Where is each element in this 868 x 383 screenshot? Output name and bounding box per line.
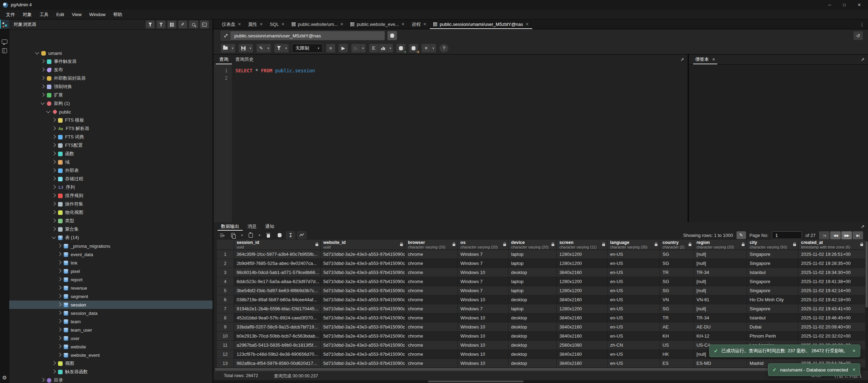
- minimize-button[interactable]: ─: [828, 2, 831, 7]
- table-row[interactable]: 933bdaff8-0207-58c9-9a15-ddcb7bf719...5d…: [217, 323, 865, 332]
- chevron-right-icon[interactable]: [52, 202, 56, 205]
- grid-vertical-scrollbar[interactable]: [865, 240, 868, 367]
- cell[interactable]: 2025-11-02 19:42:18+00: [798, 295, 865, 304]
- cell[interactable]: Singapore: [747, 250, 798, 259]
- cell[interactable]: 3840x2160: [556, 332, 607, 341]
- chevron-right-icon[interactable]: [57, 319, 61, 323]
- delete-row-button[interactable]: [264, 231, 273, 239]
- connection-string[interactable]: public.session/umami/user_M5zbtY@nas: [231, 31, 385, 40]
- explain-analyze-button[interactable]: [378, 44, 388, 53]
- tree-item--[interactable]: 目录: [9, 376, 213, 383]
- save-button[interactable]: [239, 44, 248, 53]
- cell[interactable]: SG: [660, 286, 693, 295]
- database-switch-button[interactable]: [387, 31, 397, 40]
- cell[interactable]: 2025-11-02 19:28:35+00: [798, 259, 865, 268]
- connection-status-button[interactable]: [221, 31, 231, 41]
- table-row[interactable]: 79194b2e1-2b4b-5596-bfac-f2fd170445...5d…: [217, 304, 865, 313]
- cell[interactable]: Windows 10: [457, 359, 508, 368]
- cell[interactable]: b0e2913b-70cd-50bb-bcb7-6c563bdab...: [234, 332, 320, 341]
- cell[interactable]: TR-34: [693, 313, 747, 323]
- tab-query[interactable]: 查询: [216, 55, 232, 64]
- cell[interactable]: 98c6014b-0dcd-5ab1-a071-579ce8b66...: [234, 268, 320, 277]
- tree-item--[interactable]: 事件触发器: [9, 57, 213, 66]
- cell[interactable]: Singapore: [747, 304, 798, 313]
- column-header-os[interactable]: oscharacter varying (20): [457, 240, 508, 250]
- row-number[interactable]: 6: [217, 295, 234, 304]
- cell[interactable]: 2025-11-02 19:34:30+00: [798, 268, 865, 277]
- open-file-button[interactable]: [221, 44, 230, 53]
- copy-options-button[interactable]: ▾: [240, 233, 244, 237]
- chevron-down-icon[interactable]: [52, 235, 56, 239]
- cell[interactable]: chrome: [405, 323, 457, 332]
- tree-item--[interactable]: 强制转换: [9, 82, 213, 91]
- tab--[interactable]: 仪表盘✕: [218, 20, 244, 29]
- tree-item-segment[interactable]: segment: [9, 292, 213, 301]
- tree-item--[interactable]: 视图: [9, 359, 213, 368]
- chevron-right-icon[interactable]: [52, 193, 56, 197]
- tree-item-user[interactable]: user: [9, 334, 213, 342]
- row-number[interactable]: 7: [217, 304, 234, 313]
- cell[interactable]: 2b9d4f5f-7685-525a-abec-9e02407ca...: [234, 259, 320, 268]
- cell[interactable]: en-US: [607, 295, 660, 304]
- rail-object-explorer-button[interactable]: [0, 20, 9, 29]
- execute-button[interactable]: ▶: [339, 44, 348, 53]
- chevron-right-icon[interactable]: [52, 135, 56, 138]
- rollback-button[interactable]: ↺: [409, 44, 418, 53]
- cell[interactable]: Dubai: [747, 323, 798, 332]
- page-number-input[interactable]: 1: [772, 231, 802, 239]
- cell[interactable]: SG: [660, 304, 693, 313]
- cell[interactable]: chrome: [405, 359, 457, 368]
- cell[interactable]: en-US: [607, 350, 660, 359]
- cell[interactable]: Singapore: [747, 286, 798, 295]
- row-number[interactable]: 11: [217, 341, 234, 350]
- chevron-right-icon[interactable]: [57, 294, 61, 298]
- table-row[interactable]: 1364c35f9-1fcc-5977-a3b4-80c7b955fb...5d…: [217, 250, 865, 259]
- chevron-right-icon[interactable]: [57, 269, 61, 273]
- cell[interactable]: 5d710dbd-3a2e-43e3-a553-97b415090c...: [320, 259, 405, 268]
- chevron-right-icon[interactable]: [52, 227, 56, 231]
- close-icon[interactable]: ✕: [340, 22, 343, 27]
- cell[interactable]: 3840x2160: [556, 313, 607, 323]
- cell[interactable]: ES: [660, 359, 693, 368]
- tree-item-team[interactable]: team: [9, 317, 213, 326]
- cell[interactable]: 3be54bf2-f3dc-5d97-be63-6f8b9d3b7c...: [234, 286, 320, 295]
- cell[interactable]: chrome: [405, 341, 457, 350]
- chevron-right-icon[interactable]: [41, 93, 44, 96]
- cell[interactable]: laptop: [508, 286, 556, 295]
- open-file-options-button[interactable]: ▾: [230, 44, 235, 53]
- expand-results-icon[interactable]: ↗: [861, 224, 865, 229]
- cell[interactable]: Istanbul: [747, 313, 798, 323]
- cell[interactable]: 2025-11-02 19:43:41+00: [798, 304, 865, 313]
- cell[interactable]: 3840x2160: [556, 359, 607, 368]
- scrollbar-thumb[interactable]: [215, 368, 806, 371]
- cell[interactable]: Windows 10: [457, 313, 508, 323]
- table-row[interactable]: 22b9d4f5f-7685-525a-abec-9e02407ca...5d7…: [217, 259, 865, 268]
- cell[interactable]: laptop: [508, 259, 556, 268]
- menu-window[interactable]: Window: [85, 10, 109, 20]
- tab-notifications[interactable]: 通知: [262, 222, 278, 231]
- tree-item-pixel[interactable]: pixel: [9, 267, 213, 275]
- view-data-button[interactable]: [167, 20, 177, 29]
- cell[interactable]: Windows 10: [457, 295, 508, 304]
- tab--[interactable]: 属性✕: [244, 20, 266, 29]
- chevron-down-icon[interactable]: [46, 109, 50, 113]
- save-data-button[interactable]: [275, 231, 284, 239]
- column-header-screen[interactable]: screencharacter varying (11): [556, 240, 607, 250]
- cell[interactable]: 2025-11-02 20:32:02+00: [798, 332, 865, 341]
- cell[interactable]: Phnom Penh: [747, 332, 798, 341]
- cell[interactable]: chrome: [405, 268, 457, 277]
- tree-item-event_data[interactable]: event_data: [9, 250, 213, 259]
- column-header-language[interactable]: languagecharacter varying (35): [607, 240, 660, 250]
- tab--[interactable]: 进程✕: [408, 20, 430, 29]
- cell[interactable]: 5d710dbd-3a2e-43e3-a553-97b415090c...: [320, 286, 405, 295]
- cell[interactable]: 2025-11-02 19:26:51+00: [798, 250, 865, 259]
- column-header-country[interactable]: countrycharacter (2): [660, 240, 693, 250]
- cell[interactable]: 1280x1200: [556, 304, 607, 313]
- filter-options-button[interactable]: ▾: [284, 44, 289, 53]
- cell[interactable]: Windows 7: [457, 259, 508, 268]
- tab-query-history[interactable]: 查询历史: [232, 55, 257, 64]
- chevron-right-icon[interactable]: [52, 176, 56, 180]
- cell[interactable]: [null]: [693, 277, 747, 286]
- paste-button[interactable]: [246, 231, 255, 239]
- cell[interactable]: 5d710dbd-3a2e-43e3-a553-97b415090c...: [320, 295, 405, 304]
